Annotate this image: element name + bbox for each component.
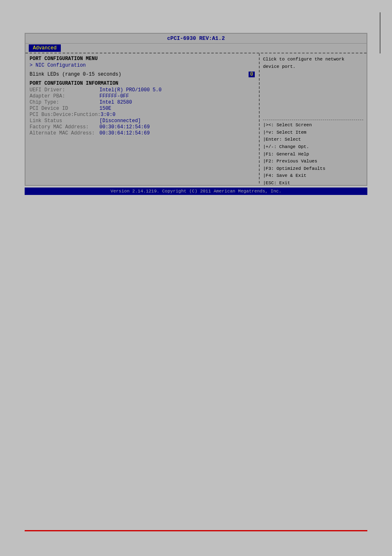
info-value-pci-device: 150E	[99, 106, 111, 111]
blink-label: Blink LEDs (range 0-15 seconds)	[30, 72, 121, 77]
info-row-link: Link Status [Disconnected]	[30, 118, 255, 124]
info-section-title: PORT CONFIGURATION INFORMATION	[30, 81, 255, 86]
shortcut-f3: |F3: Optimized Defaults	[263, 165, 363, 173]
bios-title: cPCI-6930 REV:A1.2	[167, 35, 225, 42]
bottom-red-line	[25, 530, 367, 531]
shortcut-f2: |F2: Previous Values	[263, 158, 363, 165]
info-label-chip: Chip Type:	[30, 100, 99, 105]
shortcut-f4: |F4: Save & Exit	[263, 172, 363, 180]
shortcut-esc: |ESC: Exit	[263, 180, 363, 187]
blink-value[interactable]: 0	[249, 72, 255, 77]
info-label-pci-device: PCI Device ID	[30, 106, 99, 111]
info-value-uefi: Intel(R) PRO/1000 5.0	[99, 87, 161, 93]
info-value-factory-mac: 00:30:64:12:54:69	[99, 124, 150, 130]
info-label-pci-bus: PCI Bus:Device:Function:	[30, 112, 101, 118]
menu-title: PORT CONFIGURATION MENU	[30, 56, 255, 62]
info-row-factory-mac: Factory MAC Address: 00:30:64:12:54:69	[30, 124, 255, 130]
info-row-pci-device: PCI Device ID 150E	[30, 106, 255, 111]
right-border-decoration	[380, 12, 380, 53]
info-value-alt-mac: 00:30:64:12:54:69	[99, 130, 150, 136]
info-value-link: [Disconnected]	[99, 118, 141, 124]
page-wrapper: cPCI-6930 REV:A1.2 Advanced PORT CONFIGU…	[0, 0, 392, 556]
shortcut-select-item: |^v: Select Item	[263, 129, 363, 137]
blink-row: Blink LEDs (range 0-15 seconds) 0	[30, 72, 255, 77]
info-row-uefi: UEFI Driver: Intel(R) PRO/1000 5.0	[30, 87, 255, 93]
info-label-adapter: Adapter PBA:	[30, 93, 99, 99]
content-area: PORT CONFIGURATION MENU > NIC Configurat…	[25, 53, 367, 183]
footer-text: Version 2.14.1219. Copyright (C) 2011 Am…	[111, 189, 281, 194]
left-panel: PORT CONFIGURATION MENU > NIC Configurat…	[25, 53, 260, 183]
tab-row: Advanced	[25, 44, 367, 53]
info-value-adapter: FFFFFF-0FF	[99, 93, 129, 99]
info-row-alt-mac: Alternate MAC Address: 00:30:64:12:54:69	[30, 130, 255, 136]
tab-advanced[interactable]: Advanced	[29, 44, 61, 52]
info-label-alt-mac: Alternate MAC Address:	[30, 130, 99, 136]
title-bar: cPCI-6930 REV:A1.2	[25, 34, 367, 44]
menu-selected[interactable]: > NIC Configuration	[30, 63, 255, 68]
bios-panel: cPCI-6930 REV:A1.2 Advanced PORT CONFIGU…	[25, 33, 367, 186]
footer-bar: Version 2.14.1219. Copyright (C) 2011 Am…	[25, 188, 367, 195]
help-text-content: Click to configure the networkdevice por…	[263, 57, 344, 69]
info-label-link: Link Status	[30, 118, 99, 124]
info-row-pci-bus: PCI Bus:Device:Function: 3:0:0	[30, 112, 255, 118]
shortcut-select-screen: |><: Select Screen	[263, 122, 363, 129]
info-value-chip: Intel 82580	[99, 100, 132, 105]
info-row-adapter: Adapter PBA: FFFFFF-0FF	[30, 93, 255, 99]
info-row-chip: Chip Type: Intel 82580	[30, 100, 255, 105]
info-value-pci-bus: 3:0:0	[101, 112, 115, 118]
info-label-factory-mac: Factory MAC Address:	[30, 124, 99, 130]
divider	[263, 120, 363, 120]
shortcut-enter: |Enter: Select	[263, 136, 363, 144]
help-text: Click to configure the networkdevice por…	[263, 56, 363, 70]
shortcuts-section: |><: Select Screen |^v: Select Item |Ent…	[263, 122, 363, 187]
right-panel: Click to configure the networkdevice por…	[260, 53, 367, 183]
info-label-uefi: UEFI Driver:	[30, 87, 99, 93]
shortcut-change-opt: |+/-: Change Opt.	[263, 144, 363, 151]
shortcut-f1: |F1: General Help	[263, 151, 363, 158]
